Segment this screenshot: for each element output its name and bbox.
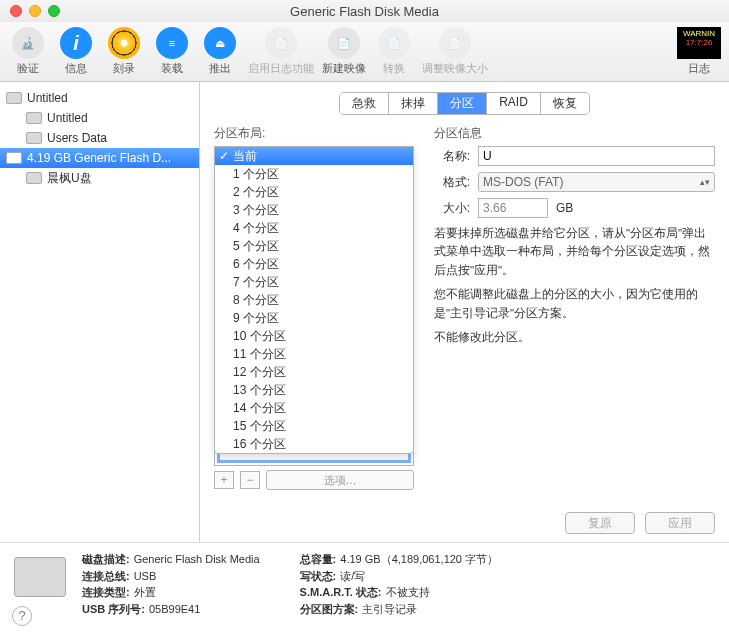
microscope-icon: 🔬 [12, 27, 44, 59]
info-key: 连接类型: [82, 584, 130, 601]
info-value: 外置 [134, 584, 156, 601]
eject-icon: ⏏ [204, 27, 236, 59]
layout-option[interactable]: 2 个分区 [215, 183, 413, 201]
name-label: 名称: [434, 148, 470, 165]
layout-heading: 分区布局: [214, 125, 414, 142]
file-icon: 📄 [439, 27, 471, 59]
window-title: Generic Flash Disk Media [0, 4, 729, 19]
options-button[interactable]: 选项… [266, 470, 414, 490]
info-key: USB 序列号: [82, 601, 145, 618]
file-icon: 📄 [265, 27, 297, 59]
restore-button[interactable]: 复原 [565, 512, 635, 534]
toolbar-info[interactable]: i信息 [56, 27, 96, 76]
toolbar-resize-image: 📄调整映像大小 [422, 27, 488, 76]
info-value: 读/写 [340, 568, 365, 585]
layout-option[interactable]: 3 个分区 [215, 201, 413, 219]
info-row: 连接类型:外置 [82, 584, 260, 601]
toolbar-mount[interactable]: ≡装载 [152, 27, 192, 76]
info-value: USB [134, 568, 157, 585]
help-text-3: 不能修改此分区。 [434, 328, 715, 346]
toolbar-label: 装载 [161, 61, 183, 76]
toolbar-eject[interactable]: ⏏推出 [200, 27, 240, 76]
info-key: 写状态: [300, 568, 337, 585]
tab-3[interactable]: RAID [487, 93, 541, 114]
chevron-updown-icon: ▴▾ [700, 177, 710, 187]
layout-option[interactable]: 9 个分区 [215, 309, 413, 327]
sidebar-item-label: Untitled [47, 111, 88, 125]
disk-icon [6, 152, 22, 164]
info-row: 分区图方案:主引导记录 [300, 601, 498, 618]
disk-icon [26, 132, 42, 144]
info-value: Generic Flash Disk Media [134, 551, 260, 568]
size-input[interactable] [478, 198, 548, 218]
layout-option[interactable]: 6 个分区 [215, 255, 413, 273]
toolbar-convert: 📄转换 [374, 27, 414, 76]
toolbar-label: 调整映像大小 [422, 61, 488, 76]
disk-icon [26, 112, 42, 124]
layout-option[interactable]: 7 个分区 [215, 273, 413, 291]
warning-icon: WARNIN 17:7:26 [677, 27, 721, 59]
sidebar-item[interactable]: Untitled [0, 88, 199, 108]
layout-option[interactable]: 10 个分区 [215, 327, 413, 345]
toolbar-label: 刻录 [113, 61, 135, 76]
help-text-2: 您不能调整此磁盘上的分区的大小，因为它使用的是"主引导记录"分区方案。 [434, 285, 715, 322]
toolbar-new-image[interactable]: 📄新建映像 [322, 27, 366, 76]
sidebar-item[interactable]: Untitled [0, 108, 199, 128]
sidebar-item[interactable]: 晨枫U盘 [0, 168, 199, 188]
sidebar-item-label: Untitled [27, 91, 68, 105]
disk-icon [26, 172, 42, 184]
layout-option[interactable]: 4 个分区 [215, 219, 413, 237]
format-select[interactable]: MS-DOS (FAT) ▴▾ [478, 172, 715, 192]
add-partition-button[interactable]: + [214, 471, 234, 489]
info-value: 不被支持 [386, 584, 430, 601]
size-label: 大小: [434, 200, 470, 217]
file-icon: 📄 [378, 27, 410, 59]
layout-option[interactable]: 14 个分区 [215, 399, 413, 417]
layout-option[interactable]: 5 个分区 [215, 237, 413, 255]
tab-0[interactable]: 急救 [340, 93, 389, 114]
info-value: 主引导记录 [362, 601, 417, 618]
layout-option[interactable]: 15 个分区 [215, 417, 413, 435]
disk-icon [14, 557, 66, 597]
format-label: 格式: [434, 174, 470, 191]
tab-2[interactable]: 分区 [438, 93, 487, 114]
info-key: 总容量: [300, 551, 337, 568]
help-button[interactable]: ? [12, 606, 32, 626]
info-value: 05B99E41 [149, 601, 200, 618]
toolbar-label: 推出 [209, 61, 231, 76]
tab-segment: 急救抹掉分区RAID恢复 [214, 92, 715, 115]
tab-4[interactable]: 恢复 [541, 93, 589, 114]
name-input[interactable] [478, 146, 715, 166]
sidebar-item-label: Users Data [47, 131, 107, 145]
info-key: 磁盘描述: [82, 551, 130, 568]
info-row: 总容量:4.19 GB（4,189,061,120 字节） [300, 551, 498, 568]
layout-option[interactable]: 1 个分区 [215, 165, 413, 183]
remove-partition-button[interactable]: − [240, 471, 260, 489]
toolbar-burn[interactable]: 刻录 [104, 27, 144, 76]
sidebar-item[interactable]: 4.19 GB Generic Flash D... [0, 148, 199, 168]
apply-button[interactable]: 应用 [645, 512, 715, 534]
sidebar-item[interactable]: Users Data [0, 128, 199, 148]
layout-option[interactable]: 11 个分区 [215, 345, 413, 363]
content-pane: 急救抹掉分区RAID恢复 分区布局: 当前1 个分区2 个分区3 个分区4 个分… [200, 82, 729, 542]
toolbar-label: 信息 [65, 61, 87, 76]
layout-option[interactable]: 13 个分区 [215, 381, 413, 399]
info-row: USB 序列号:05B99E41 [82, 601, 260, 618]
log-button[interactable]: WARNIN 17:7:26 日志 [677, 27, 721, 76]
layout-option[interactable]: 当前 [215, 147, 413, 165]
toolbar-label: 转换 [383, 61, 405, 76]
mount-icon: ≡ [156, 27, 188, 59]
layout-option[interactable]: 16 个分区 [215, 435, 413, 453]
info-key: 分区图方案: [300, 601, 359, 618]
info-key: S.M.A.R.T. 状态: [300, 584, 382, 601]
layout-option[interactable]: 12 个分区 [215, 363, 413, 381]
info-row: 写状态:读/写 [300, 568, 498, 585]
toolbar: 🔬验证i信息刻录≡装载⏏推出📄启用日志功能📄新建映像📄转换📄调整映像大小 WAR… [0, 22, 729, 82]
layout-option[interactable]: 8 个分区 [215, 291, 413, 309]
tab-1[interactable]: 抹掉 [389, 93, 438, 114]
info-icon: i [60, 27, 92, 59]
info-row: 磁盘描述:Generic Flash Disk Media [82, 551, 260, 568]
toolbar-verify[interactable]: 🔬验证 [8, 27, 48, 76]
layout-dropdown[interactable]: 当前1 个分区2 个分区3 个分区4 个分区5 个分区6 个分区7 个分区8 个… [214, 146, 414, 454]
help-text-1: 若要抹掉所选磁盘并给它分区，请从"分区布局"弹出式菜单中选取一种布局，并给每个分… [434, 224, 715, 279]
